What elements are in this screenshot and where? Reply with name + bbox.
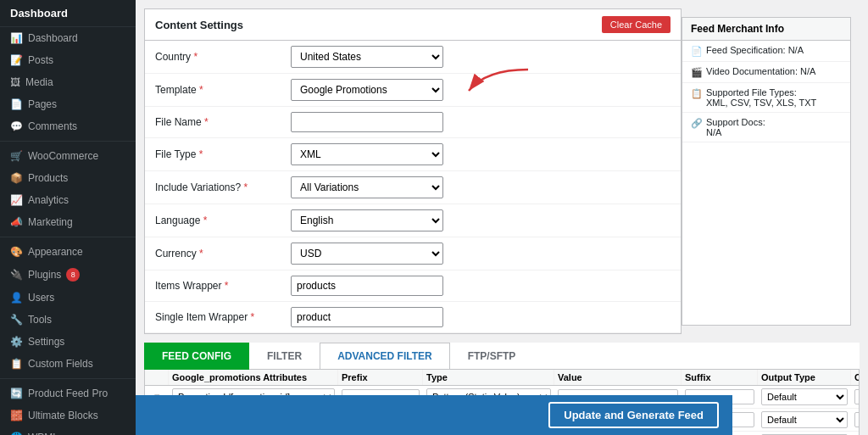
support-docs-item: 🔗 Support Docs:N/A [682, 113, 850, 142]
sidebar-item-woocommerce[interactable]: 🛒WooCommerce [0, 145, 136, 167]
sidebar-item-appearance[interactable]: 🎨Appearance [0, 241, 136, 263]
language-row: Language * English [145, 204, 681, 237]
tab-ftp-sftp[interactable]: FTP/SFTP [450, 343, 534, 370]
tab-filter[interactable]: FILTER [249, 343, 320, 370]
sidebar-item-marketing[interactable]: 📣Marketing [0, 211, 136, 233]
country-select[interactable]: United States [291, 46, 443, 68]
tabs-bar: FEED CONFIG FILTER ADVANCED FILTER FTP/S… [144, 343, 860, 370]
tab-advanced-filter[interactable]: ADVANCED FILTER [320, 343, 450, 370]
generate-feed-button[interactable]: Update and Generate Feed [548, 402, 719, 428]
template-row: Template * Google Promotions [145, 74, 681, 107]
table-header: Google_promotions Attributes Prefix Type… [145, 370, 860, 386]
language-select[interactable]: English [291, 209, 443, 231]
main-content: Content Settings Clear Cache Country * U… [136, 0, 868, 435]
sidebar-item-analytics[interactable]: 📈Analytics [0, 189, 136, 211]
sidebar-item-dashboard[interactable]: 📊Dashboard [0, 27, 136, 49]
th-output-type: Output Type [758, 370, 851, 385]
filename-row: File Name * [145, 107, 681, 138]
sidebar-logo[interactable]: Dashboard [0, 0, 136, 27]
content-settings-title: Content Settings [155, 19, 243, 31]
th-attributes: Google_promotions Attributes [169, 370, 338, 385]
support-icon: 🔗 [691, 118, 703, 129]
th-type: Type [423, 370, 554, 385]
sidebar-item-custom-fields[interactable]: 📋Custom Fields [0, 353, 136, 375]
currency-select[interactable]: USD [291, 243, 443, 265]
sidebar-item-product-feed-pro[interactable]: 🔄Product Feed Pro [0, 382, 136, 404]
th-prefix: Prefix [338, 370, 423, 385]
items-wrapper-input[interactable] [291, 276, 443, 296]
video-icon: 🎬 [691, 67, 703, 78]
merchant-panel: Feed Merchant Info 📄 Feed Specification:… [682, 17, 851, 326]
items-wrapper-row: Items Wrapper * [145, 270, 681, 302]
sidebar-item-posts[interactable]: 📝Posts [0, 49, 136, 71]
doc-icon: 📄 [691, 46, 703, 57]
filetype-row: File Type * XML [145, 138, 681, 171]
clear-cache-button[interactable]: Clear Cache [602, 16, 670, 33]
th-command: Command [851, 370, 860, 385]
bottom-bar: Update and Generate Feed [136, 395, 732, 435]
single-item-input[interactable] [291, 307, 443, 327]
country-row: Country * United States [145, 41, 681, 74]
sidebar-item-settings[interactable]: ⚙️Settings [0, 331, 136, 353]
sidebar-divider-1 [0, 141, 136, 142]
sidebar-item-media[interactable]: 🖼Media [0, 71, 136, 93]
filetype-label: File Type * [155, 148, 291, 160]
filename-input[interactable] [291, 112, 443, 132]
sidebar-item-products[interactable]: 📦Products [0, 167, 136, 189]
output-select-0[interactable]: Default [761, 388, 848, 405]
currency-row: Currency * USD [145, 237, 681, 270]
command-cell-0 [851, 387, 860, 407]
file-types-item: 📋 Supported File Types:XML, CSV, TSV, XL… [682, 83, 850, 113]
sidebar-divider-3 [0, 378, 136, 379]
sidebar-item-users[interactable]: 👤Users [0, 287, 136, 309]
plugins-badge: 8 [66, 268, 80, 282]
sidebar-item-tools[interactable]: 🔧Tools [0, 309, 136, 331]
output-cell-2: Default [758, 432, 851, 435]
language-label: Language * [155, 215, 291, 226]
th-drag [145, 370, 169, 385]
sidebar-item-plugins[interactable]: 🔌Plugins8 [0, 263, 136, 287]
template-select[interactable]: Google Promotions [291, 79, 443, 101]
support-docs-label: Support Docs:N/A [706, 117, 765, 137]
output-cell-0: Default [758, 386, 851, 408]
tab-feed-config[interactable]: FEED CONFIG [144, 343, 249, 370]
sidebar-item-comments[interactable]: 💬Comments [0, 115, 136, 137]
sidebar-item-wpml[interactable]: 🌐WPML [0, 427, 136, 435]
single-item-row: Single Item Wrapper * [145, 302, 681, 333]
sidebar-item-pages[interactable]: 📄Pages [0, 93, 136, 115]
merchant-panel-title: Feed Merchant Info [682, 18, 850, 41]
file-types-label: Supported File Types:XML, CSV, TSV, XLS,… [706, 87, 816, 108]
variations-label: Include Variations? * [155, 181, 291, 193]
feed-spec-item: 📄 Feed Specification: N/A [682, 41, 850, 62]
sidebar-item-ultimate-blocks[interactable]: 🧱Ultimate Blocks [0, 404, 136, 427]
annotation-arrow [460, 65, 545, 108]
output-select-1[interactable]: Default [761, 411, 848, 428]
command-input-1[interactable] [854, 412, 860, 427]
command-input-0[interactable] [854, 389, 860, 404]
sidebar-divider-2 [0, 237, 136, 237]
single-item-label: Single Item Wrapper * [155, 311, 291, 323]
template-label: Template * [155, 84, 291, 96]
command-cell-1 [851, 410, 860, 430]
video-doc-label: Video Documentation: N/A [706, 66, 815, 76]
content-settings-header: Content Settings Clear Cache [145, 9, 681, 41]
th-suffix: Suffix [682, 370, 758, 385]
variations-select[interactable]: All Variations [291, 176, 443, 198]
variations-row: Include Variations? * All Variations [145, 171, 681, 204]
output-cell-1: Default [758, 409, 851, 431]
items-wrapper-label: Items Wrapper * [155, 280, 291, 292]
filetype-select[interactable]: XML [291, 143, 443, 165]
filename-label: File Name * [155, 116, 291, 128]
sidebar: Dashboard 📊Dashboard 📝Posts 🖼Media 📄Page… [0, 0, 136, 435]
country-label: Country * [155, 51, 291, 63]
file-types-icon: 📋 [691, 88, 703, 99]
currency-label: Currency * [155, 248, 291, 259]
video-doc-item: 🎬 Video Documentation: N/A [682, 62, 850, 83]
th-value: Value [554, 370, 682, 385]
feed-spec-label: Feed Specification: N/A [706, 45, 804, 55]
